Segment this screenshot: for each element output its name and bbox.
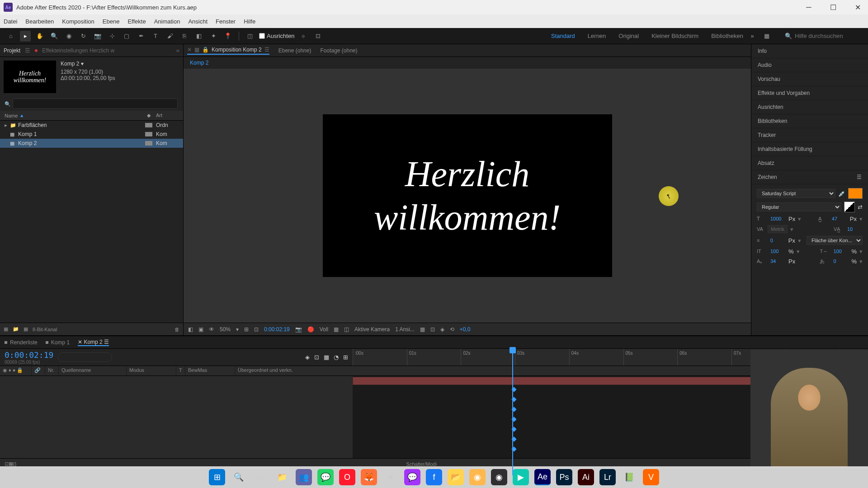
panel-bibliotheken[interactable]: Bibliotheken bbox=[751, 114, 868, 128]
guides-icon[interactable]: ⊡ bbox=[254, 326, 259, 333]
new-comp-icon[interactable]: ▦ bbox=[24, 326, 28, 332]
taskbar-lightroom[interactable]: Lr bbox=[599, 469, 616, 485]
taskbar-messenger[interactable]: 💬 bbox=[404, 469, 420, 485]
mask-icon[interactable]: ▣ bbox=[198, 326, 203, 333]
zoom-dropdown[interactable]: 50% bbox=[220, 326, 231, 333]
timeline-tab[interactable]: Renderliste bbox=[5, 339, 38, 346]
tl-icon2[interactable]: ⊡ bbox=[314, 354, 319, 361]
snapshot-icon[interactable]: 📷 bbox=[295, 326, 302, 333]
taskbar-app[interactable]: ★ bbox=[382, 469, 399, 485]
project-search-input[interactable] bbox=[13, 99, 178, 109]
tl-footer-icon3[interactable]: {} bbox=[13, 461, 16, 467]
align-checkbox[interactable]: Ausrichten bbox=[259, 33, 294, 39]
text-tool[interactable]: T bbox=[150, 31, 161, 42]
view-icon2[interactable]: ⊡ bbox=[430, 326, 435, 333]
project-item[interactable]: ▦Komp 1Kom bbox=[0, 130, 183, 139]
panel-ausrichten[interactable]: Ausrichten bbox=[751, 100, 868, 114]
kerning-value[interactable]: Metrik bbox=[768, 225, 788, 233]
view-icon4[interactable]: ⟲ bbox=[450, 326, 454, 333]
hand-tool[interactable]: ✋ bbox=[34, 31, 45, 42]
shape-tool[interactable]: ▢ bbox=[121, 31, 132, 42]
comp-viewer[interactable]: Herzlichwillkommen! bbox=[184, 69, 751, 323]
hscale-value[interactable]: 100 bbox=[830, 248, 849, 255]
col-tag-header[interactable]: ◆ bbox=[147, 113, 156, 118]
comp-name[interactable]: Komp 2 ▾ bbox=[61, 61, 115, 67]
tl-icon4[interactable]: ◔ bbox=[334, 354, 339, 361]
taskbar-search[interactable]: 🔍 bbox=[231, 469, 247, 485]
alpha-icon[interactable]: ◧ bbox=[188, 326, 193, 333]
menu-animation[interactable]: Animation bbox=[154, 18, 180, 25]
fill-color-swatch[interactable] bbox=[848, 188, 863, 199]
font-style-dropdown[interactable]: Regular bbox=[757, 202, 841, 211]
maximize-button[interactable]: ☐ bbox=[826, 0, 840, 14]
camera-tool[interactable]: 📷 bbox=[92, 31, 103, 42]
brush-tool[interactable]: 🖌 bbox=[165, 31, 175, 42]
view-icon3[interactable]: ◈ bbox=[440, 326, 444, 333]
pen-tool[interactable]: ✒ bbox=[136, 31, 146, 42]
panel-more-icon[interactable]: » bbox=[176, 47, 179, 54]
taskbar-task-view[interactable]: ▭ bbox=[252, 469, 269, 485]
region-icon[interactable]: ◫ bbox=[344, 326, 349, 333]
font-size-value[interactable]: 1000 bbox=[768, 215, 786, 222]
eraser-tool[interactable]: ◧ bbox=[193, 31, 204, 42]
panel-audio[interactable]: Audio bbox=[751, 58, 868, 72]
folder-icon[interactable]: 📁 bbox=[13, 326, 19, 332]
interpret-icon[interactable]: ▦ bbox=[4, 326, 8, 332]
font-family-dropdown[interactable]: Saturday Script bbox=[757, 189, 835, 198]
timeline-tab[interactable]: Komp 1 bbox=[46, 339, 70, 346]
playhead[interactable] bbox=[512, 349, 513, 475]
current-timecode[interactable]: 0:00:02:19 bbox=[5, 350, 53, 360]
resolution-dropdown[interactable]: Voll bbox=[320, 326, 328, 333]
views-dropdown[interactable]: 1 Ansi... bbox=[395, 326, 415, 333]
grid-toggle-icon[interactable]: ⊞ bbox=[244, 326, 249, 333]
exposure-value[interactable]: +0,0 bbox=[460, 326, 471, 333]
puppet-tool[interactable]: 📍 bbox=[222, 31, 233, 42]
menu-fenster[interactable]: Fenster bbox=[216, 18, 236, 25]
timecode-display[interactable]: 0:00:02:19 bbox=[264, 326, 290, 333]
project-tab[interactable]: Projekt bbox=[4, 47, 20, 54]
taskbar-folder2[interactable]: 📂 bbox=[448, 469, 464, 485]
panel-menu-icon[interactable]: ☰ bbox=[25, 47, 30, 54]
project-item[interactable]: ▦Komp 2Kom bbox=[0, 139, 183, 148]
taskbar-obs[interactable]: ◉ bbox=[491, 469, 507, 485]
workspace-standard[interactable]: Standard bbox=[551, 33, 575, 39]
tl-icon5[interactable]: ⊞ bbox=[343, 354, 348, 361]
workspace-lernen[interactable]: Lernen bbox=[588, 33, 606, 39]
taskbar-filmora[interactable]: ▶ bbox=[513, 469, 529, 485]
comp-tab[interactable]: ✕ ▦ 🔒 Komposition Komp 2 ☰ bbox=[187, 47, 269, 55]
stroke-width-value[interactable]: 0 bbox=[768, 237, 786, 244]
fill-over-stroke-dropdown[interactable]: Fläche über Kon... bbox=[807, 236, 863, 245]
res-icon[interactable]: ▾ bbox=[236, 326, 239, 333]
project-item[interactable]: ▸📁FarbflächenOrdn bbox=[0, 121, 183, 130]
taskbar-picasa[interactable]: ◉ bbox=[469, 469, 486, 485]
col-type-header[interactable]: Art bbox=[156, 113, 179, 118]
col-name-header[interactable]: Name ▲ bbox=[5, 113, 147, 118]
panel-menu-icon[interactable]: ☰ bbox=[857, 174, 862, 180]
home-tool[interactable]: ⌂ bbox=[5, 31, 16, 42]
taskbar-opera[interactable]: O bbox=[339, 469, 355, 485]
tracking-value[interactable]: 10 bbox=[844, 225, 863, 233]
tl-icon1[interactable]: ◈ bbox=[305, 354, 310, 361]
leading-value[interactable]: 47 bbox=[829, 215, 847, 222]
taskbar-after-effects[interactable]: Ae bbox=[534, 469, 551, 485]
timeline-tab[interactable]: ✕ Komp 2 ☰ bbox=[78, 339, 109, 346]
anchor-tool[interactable]: ⊹ bbox=[107, 31, 118, 42]
taskbar-explorer[interactable]: 📁 bbox=[274, 469, 290, 485]
orbit-tool[interactable]: ◉ bbox=[63, 31, 74, 42]
panel-tracker[interactable]: Tracker bbox=[751, 128, 868, 142]
workspace-bibliotheken[interactable]: Bibliotheken bbox=[711, 33, 743, 39]
workspace-grid-icon[interactable]: ▦ bbox=[761, 31, 772, 42]
switches-modes-toggle[interactable]: Schalter/Modi bbox=[16, 461, 826, 467]
stroke-color-swatch[interactable] bbox=[844, 202, 855, 212]
effect-controls-tab[interactable]: Effekteinstellungen Herzlich w bbox=[42, 47, 114, 54]
swap-colors-icon[interactable]: ⇄ bbox=[858, 204, 863, 211]
panel-info[interactable]: Info bbox=[751, 44, 868, 58]
baseline-value[interactable]: 34 bbox=[768, 258, 786, 265]
taskbar-facebook[interactable]: f bbox=[426, 469, 442, 485]
menu-datei[interactable]: Datei bbox=[4, 18, 17, 25]
close-button[interactable]: ✕ bbox=[851, 0, 864, 14]
taskbar-app2[interactable]: 📗 bbox=[621, 469, 637, 485]
comp-tab[interactable]: Ebene (ohne) bbox=[278, 47, 311, 54]
character-panel-header[interactable]: Zeichen ☰ bbox=[751, 170, 868, 184]
panel-vorschau[interactable]: Vorschau bbox=[751, 72, 868, 86]
